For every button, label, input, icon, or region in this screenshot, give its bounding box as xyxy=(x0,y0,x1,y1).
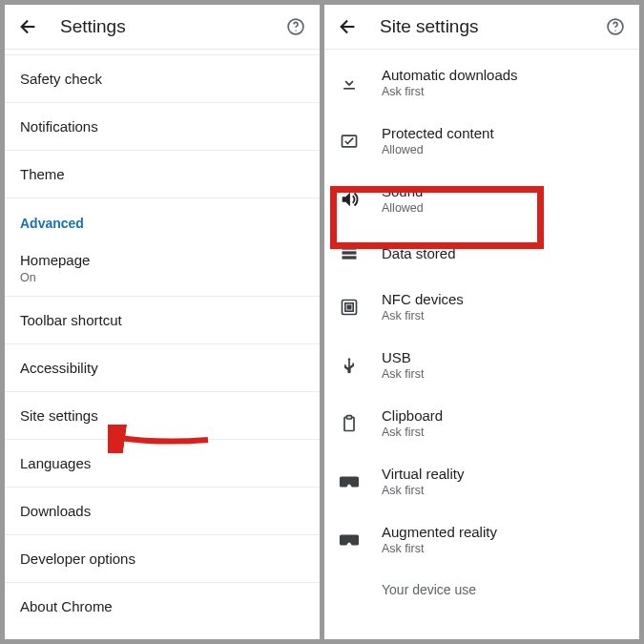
settings-list: Safety check Notifications Theme Advance… xyxy=(5,50,320,639)
vr-icon xyxy=(338,470,361,493)
row-label: Protected content xyxy=(382,125,494,141)
row-label: Homepage xyxy=(20,252,90,268)
row-toolbar-shortcut[interactable]: Toolbar shortcut xyxy=(5,297,320,344)
site-settings-title: Site settings xyxy=(380,16,584,37)
svg-rect-8 xyxy=(343,251,357,254)
row-sub: Allowed xyxy=(382,143,494,156)
row-downloads[interactable]: Downloads xyxy=(5,488,320,535)
storage-icon xyxy=(338,241,361,264)
svg-point-4 xyxy=(614,31,615,31)
site-settings-list: Automatic downloadsAsk first Protected c… xyxy=(324,50,639,639)
row-label: Theme xyxy=(20,166,65,182)
section-label: Advanced xyxy=(20,216,84,231)
row-sub: On xyxy=(20,271,36,284)
back-icon[interactable] xyxy=(18,16,39,37)
row-label: Safety check xyxy=(20,71,102,87)
back-icon[interactable] xyxy=(338,16,359,37)
row-label: Data stored xyxy=(382,245,456,261)
row-theme[interactable]: Theme xyxy=(5,151,320,198)
row-virtual-reality[interactable]: Virtual realityAsk first xyxy=(324,452,639,510)
row-label: Augmented reality xyxy=(382,524,497,540)
row-clipboard[interactable]: ClipboardAsk first xyxy=(324,394,639,452)
row-notifications[interactable]: Notifications xyxy=(5,103,320,151)
row-automatic-downloads[interactable]: Automatic downloadsAsk first xyxy=(324,53,639,112)
row-augmented-reality[interactable]: Augmented realityAsk first xyxy=(324,510,639,569)
row-sub: Ask first xyxy=(382,484,464,497)
row-label: Developer options xyxy=(20,551,135,567)
nfc-icon xyxy=(338,296,361,319)
row-sound[interactable]: SoundAllowed xyxy=(324,170,639,228)
row-data-stored[interactable]: Data stored xyxy=(324,228,639,278)
svg-rect-14 xyxy=(347,415,352,418)
clipboard-icon xyxy=(338,412,361,435)
row-safety-check[interactable]: Safety check xyxy=(5,55,320,103)
row-label: USB xyxy=(382,349,424,365)
row-homepage[interactable]: Homepage On xyxy=(5,240,320,297)
row-nfc-devices[interactable]: NFC devicesAsk first xyxy=(324,278,639,336)
row-developer-options[interactable]: Developer options xyxy=(5,535,320,583)
section-advanced: Advanced xyxy=(5,198,320,240)
ar-icon xyxy=(338,529,361,551)
row-about-chrome[interactable]: About Chrome xyxy=(5,583,320,630)
svg-rect-7 xyxy=(343,246,357,249)
site-settings-header: Site settings xyxy=(324,5,639,50)
row-sub: Ask first xyxy=(382,85,518,98)
row-label: Your device use xyxy=(382,582,476,597)
usb-icon xyxy=(338,354,361,377)
settings-header: Settings xyxy=(5,5,320,50)
sound-icon xyxy=(338,188,361,211)
settings-panel: Settings Safety check Notifications Them… xyxy=(5,5,320,639)
row-accessibility[interactable]: Accessibility xyxy=(5,344,320,392)
svg-rect-12 xyxy=(347,305,350,308)
row-label: Notifications xyxy=(20,118,98,135)
row-label: Accessibility xyxy=(20,360,98,376)
row-site-settings[interactable]: Site settings xyxy=(5,392,320,440)
help-icon[interactable] xyxy=(285,16,306,37)
row-label: Virtual reality xyxy=(382,466,464,482)
row-sub: Ask first xyxy=(382,309,464,322)
svg-rect-9 xyxy=(343,256,357,259)
row-label: Downloads xyxy=(20,503,91,519)
download-icon xyxy=(338,72,361,94)
row-label: About Chrome xyxy=(20,598,113,614)
row-label: Site settings xyxy=(20,407,98,424)
row-label: Clipboard xyxy=(382,407,443,424)
row-protected-content[interactable]: Protected contentAllowed xyxy=(324,112,639,170)
row-sub: Ask first xyxy=(382,426,443,439)
svg-rect-5 xyxy=(343,88,355,90)
row-sub: Allowed xyxy=(382,201,424,215)
row-sub: Ask first xyxy=(382,542,497,555)
row-label: NFC devices xyxy=(382,291,464,307)
row-label: Sound xyxy=(382,183,424,199)
row-device-use[interactable]: Your device use xyxy=(324,569,639,597)
check-box-icon xyxy=(338,130,361,153)
settings-title: Settings xyxy=(60,16,264,37)
row-sub: Ask first xyxy=(382,367,424,381)
site-settings-panel: Site settings Automatic downloadsAsk fir… xyxy=(324,5,639,639)
row-label: Automatic downloads xyxy=(382,67,518,83)
row-label: Toolbar shortcut xyxy=(20,312,122,328)
svg-point-1 xyxy=(295,31,296,31)
help-icon[interactable] xyxy=(605,16,626,37)
row-usb[interactable]: USBAsk first xyxy=(324,336,639,394)
row-label: Languages xyxy=(20,455,91,471)
row-languages[interactable]: Languages xyxy=(5,440,320,488)
